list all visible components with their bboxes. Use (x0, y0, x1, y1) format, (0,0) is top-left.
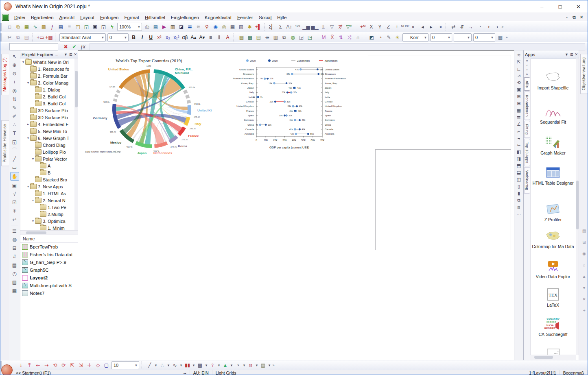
new-workbook-icon[interactable]: ▦ (23, 23, 31, 31)
table-theme-icon[interactable]: ▤ (255, 34, 262, 41)
menu-layout[interactable]: Layout (77, 14, 97, 21)
pointer-tool-icon[interactable]: ↖ (11, 52, 19, 60)
draft-mode-icon[interactable]: ◪ (177, 23, 185, 31)
obj-lock-icon[interactable]: ⌂ (581, 262, 588, 268)
line-plot-icon[interactable]: ╱ (146, 362, 153, 369)
print-icon[interactable]: ⎙ (143, 23, 151, 31)
set-values-icon[interactable]: ¹²³ (294, 23, 302, 31)
last-icon[interactable]: ⇥ (436, 23, 444, 31)
distribute-button[interactable]: ⫴ (215, 34, 223, 41)
chart-gdp-dumbbell[interactable]: 20092019ZunehmenAbnehmen47k65kUnited Sta… (230, 55, 348, 153)
border-width-select[interactable]: 0▼ (473, 33, 495, 41)
draw-data-tool-icon[interactable]: ✐ (11, 112, 19, 120)
stock-plot-icon[interactable]: ⫾⫾ (247, 362, 254, 369)
center-icon[interactable]: ◫ (515, 176, 522, 183)
back-tool-icon[interactable]: ↩ (11, 216, 19, 223)
tree-item[interactable]: 2. Formula Bar (20, 72, 78, 79)
app-item-zprofiler[interactable]: Z Profiler (530, 202, 576, 222)
tree-item[interactable]: 5. New Mini To (20, 128, 78, 135)
arrow1-icon[interactable]: → (467, 23, 474, 31)
panel-menu-icon[interactable]: ▼ (64, 52, 68, 57)
rotate-up-icon[interactable]: ⤒ (26, 362, 33, 369)
worksheet-icon[interactable]: ▦ (229, 23, 236, 31)
y-axis-icon[interactable]: Y (376, 23, 384, 31)
save-icon[interactable]: ▣ (91, 23, 99, 31)
formula-input[interactable] (90, 43, 585, 50)
tree-item[interactable]: 1. HTML As (20, 190, 78, 197)
close-button[interactable]: ✕ (569, 0, 588, 13)
close-icon[interactable]: ✕ (74, 52, 77, 57)
toolbar-overflow[interactable]: » (501, 25, 505, 29)
chart-ftir-waterfall[interactable] (375, 149, 511, 250)
tree-item[interactable]: A (20, 162, 78, 169)
accept-formula-icon[interactable]: ✔ (70, 43, 78, 51)
zoom-out-tool-icon[interactable]: ⊖ (11, 70, 19, 77)
unmask-icon[interactable]: Ẍ (328, 34, 336, 41)
date-stamp-icon[interactable]: ◷ (11, 270, 19, 277)
menu-einfügen[interactable]: Einfügen (97, 14, 121, 21)
top-align-icon[interactable]: ⬒ (515, 162, 522, 169)
perspective-icon[interactable]: ◇ (94, 362, 102, 369)
move-col-icon[interactable]: ▥ (272, 34, 280, 41)
menu-social[interactable]: Social (256, 14, 274, 21)
toolbar-overflow[interactable]: » (505, 35, 509, 39)
first-icon[interactable]: ⇤ (410, 23, 418, 31)
menu-hilfsmittel[interactable]: Hilfsmittel (142, 14, 168, 21)
text-tool-icon[interactable]: T (11, 129, 19, 137)
obj-list-icon[interactable]: ▤ (581, 227, 588, 234)
pie-plot-icon[interactable]: ◔ (234, 362, 242, 369)
start-menu-label[interactable]: << Startmenü (F1) (13, 370, 54, 375)
sort-icon[interactable]: A↕ (285, 23, 293, 31)
font-size-select[interactable]: 0▼ (107, 33, 129, 41)
app-item-video[interactable]: Video Data Explor (530, 259, 576, 279)
mdi-close-button[interactable]: ✕ (578, 15, 585, 20)
merge-graph-icon[interactable]: ≋ (195, 23, 202, 31)
tree-item[interactable]: 2. Build Col (20, 93, 78, 100)
new-layout-icon[interactable]: ▤ (57, 23, 65, 31)
resize-icon[interactable]: ⌙ (515, 142, 522, 148)
chart-elevation-surface[interactable] (99, 265, 225, 357)
layout-page-canvas[interactable]: World's Top Export Countries (2019)Unite… (78, 50, 514, 360)
layer-add-icon[interactable]: ▣ (515, 86, 522, 93)
copy-format-icon[interactable]: ◲ (297, 34, 305, 41)
mask-brush-tool-icon[interactable]: ✎ (11, 104, 19, 111)
close-icon[interactable]: ✕ (575, 52, 578, 57)
frequency-icon[interactable]: ⫫ (319, 23, 327, 31)
underline-button[interactable]: U (147, 34, 155, 41)
lock-icon[interactable]: ⌂ (354, 34, 362, 41)
row-stats-icon[interactable]: ▅▁ (311, 23, 319, 31)
sum-icon[interactable]: Σ▏ (268, 23, 276, 31)
exchange-icon[interactable]: ⤮ (345, 34, 353, 41)
curve-arrow-tool-icon[interactable]: ⌒ (11, 146, 19, 154)
new-folder-icon[interactable]: ⧉ (14, 23, 22, 31)
open-excel-icon[interactable]: ◱ (83, 23, 90, 31)
filter-reapply-icon[interactable]: ▽* (345, 23, 353, 31)
palette-icon[interactable]: ◔ (376, 34, 384, 41)
file-list-header[interactable]: Name (20, 235, 78, 243)
swap-axes-icon[interactable]: ⟲ (515, 79, 522, 86)
fit-page-icon[interactable]: ∠ (515, 121, 522, 128)
widget-icon[interactable]: ⊟ (11, 244, 19, 252)
arrow4-icon[interactable]: ⇢ (492, 23, 500, 31)
menu-bearbeiten[interactable]: Bearbeiten (28, 14, 57, 21)
cancel-formula-icon[interactable]: ✖ (62, 43, 70, 51)
subsuper-button[interactable]: x₁² (173, 34, 180, 41)
style-lines-icon[interactable]: ☰ (11, 227, 19, 235)
bold-button[interactable]: B (130, 34, 138, 41)
axis-scale-icon[interactable]: ⇱ (515, 59, 522, 65)
apps-tab-top-10-apps[interactable]: Top 10 Apps (524, 139, 530, 166)
toolbar-grip[interactable] (0, 23, 4, 31)
layer-extract-icon[interactable]: ▦ (515, 107, 522, 114)
apps-nav-icon[interactable]: « (524, 59, 530, 63)
origin-start-button[interactable] (1, 364, 13, 375)
tree-item[interactable]: 3D Surface Plo (20, 114, 78, 121)
menu-datei[interactable]: Datei (11, 14, 28, 21)
tree-item[interactable]: Stacked Bro (20, 176, 78, 183)
order-icon[interactable]: ⋯ (515, 211, 522, 218)
hand-tool-icon[interactable]: ✋ (10, 172, 19, 181)
tree-item[interactable]: 2.Multip (20, 211, 78, 218)
line-width-select[interactable]: 0▼ (430, 33, 452, 41)
zoom-level-select[interactable]: 100%▼ (117, 23, 142, 31)
toolbar-grip[interactable] (0, 33, 4, 41)
chart-chord-diagram[interactable]: World's Top Export Countries (2019)Unite… (82, 55, 212, 155)
